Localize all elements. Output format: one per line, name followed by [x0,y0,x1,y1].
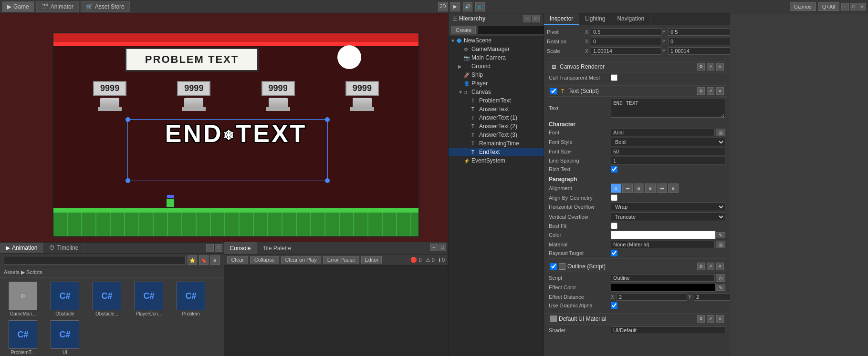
dm-action-1[interactable]: ⚙ [697,315,705,323]
tree-item-remainingtime[interactable]: T RemainingTime [449,139,544,148]
tree-item-endtext[interactable]: T EndText [449,148,544,156]
close-btn[interactable]: ✕ [858,3,866,10]
play-btn[interactable]: ▶ [450,2,460,11]
anim-minimize[interactable]: – [206,244,214,252]
align-mid-right[interactable]: ≡ [668,183,679,193]
cr-action-3[interactable]: ✕ [716,63,724,71]
v-overflow-dropdown[interactable]: Truncate [611,213,725,221]
tree-item-maincamera[interactable]: 📷 Main Camera [449,53,544,62]
asset-problemt[interactable]: C# ProblemT... [4,320,42,355]
tree-item-ground[interactable]: ▶ Ground [449,62,544,71]
hierarchy-search-input[interactable] [478,26,548,34]
outline-action-1[interactable]: ⚙ [697,263,705,270]
pivot-y-input[interactable] [668,28,730,36]
asset-obstacle[interactable]: C# Obstacle [46,282,84,316]
game-viewport[interactable]: PROBLEM TEXT 9999 9999 [0,13,448,242]
shader-value[interactable]: UI/Default [611,326,725,334]
text-field-value[interactable]: END TEXT [611,99,725,118]
handle-br[interactable] [325,178,330,183]
dm-action-2[interactable]: ↗ [707,315,714,323]
align-top-left[interactable]: ≡ [611,183,621,193]
tab-lighting[interactable]: Lighting [579,13,611,25]
handle-bl[interactable] [125,178,130,183]
effect-x-input[interactable]: 2 [617,293,687,301]
effect-color-btn[interactable]: ✎ [716,285,725,291]
font-select-btn[interactable]: ◎ [716,129,725,136]
animation-search[interactable] [4,256,186,264]
tab-animation[interactable]: ▶ Animation [0,243,43,253]
cr-action-2[interactable]: ↗ [707,63,714,71]
tab-tile-palette[interactable]: Tile Palette [257,242,298,254]
asset-obstacle2[interactable]: C# Obstacle... [88,282,126,316]
tree-item-answertext3[interactable]: T AnswerText (3) [449,131,544,139]
align-mid-center[interactable]: ☰ [657,183,667,193]
pivot-x-input[interactable] [591,28,661,36]
tree-item-canvas[interactable]: ▼ □ Canvas [449,88,544,96]
material-value[interactable]: None (Material) [611,241,715,248]
rot-x-input[interactable]: 0 [591,38,661,45]
asset-ui[interactable]: C# UI [46,320,84,355]
editor-dropdown[interactable]: Editor [361,256,382,264]
audio-btn[interactable]: 🔊 [463,2,472,11]
tab-console[interactable]: Console [224,242,257,254]
color-picker-btn[interactable]: ✎ [716,232,725,238]
canvas-renderer-header[interactable]: 🖼 Canvas Renderer ⚙ ↗ ✕ [547,61,727,72]
tab-animator[interactable]: 🎬 Animator [36,1,79,12]
asset-gamemanager[interactable]: ⚙ GameMan... [4,282,42,316]
tree-item-ship[interactable]: 🚀 Ship [449,71,544,79]
text-script-enabled[interactable] [550,88,557,94]
anim-btn-3[interactable]: ≡ [210,255,220,265]
console-minimize[interactable]: – [430,244,438,251]
hierarchy-create-btn[interactable]: Create [451,26,476,34]
ts-action-2[interactable]: ↗ [707,87,714,95]
align-by-geometry-check[interactable] [611,194,617,201]
raycast-check[interactable] [611,250,617,256]
tree-item-newscene[interactable]: ▼ 🔷 NewScene [449,36,544,45]
best-fit-check[interactable] [611,223,617,229]
align-top-right[interactable]: ≡ [634,183,644,193]
outline-script-btn[interactable]: ◎ [716,274,725,282]
tab-timeline[interactable]: ⏱ Timeline [43,243,84,253]
rich-text-check[interactable] [611,166,617,173]
tree-item-player[interactable]: 👤 Player [449,79,544,88]
tab-navigation[interactable]: Navigation [611,13,650,25]
clear-btn[interactable]: Clear [227,256,248,264]
tab-asset-store[interactable]: 🛒 Asset Store [81,1,130,12]
asset-problem[interactable]: C# Problem [172,282,210,316]
console-maximize[interactable]: □ [439,244,446,251]
hierarchy-minimize[interactable]: – [523,15,531,22]
display-btn[interactable]: 📺 [475,2,485,11]
material-select-btn[interactable]: ◎ [716,241,725,248]
tree-item-problemtext[interactable]: T ProblemText [449,96,544,105]
restore-btn[interactable]: □ [850,3,858,10]
h-overflow-dropdown[interactable]: Wrap [611,203,725,211]
anim-btn-2[interactable]: 🔖 [199,255,209,265]
text-script-header[interactable]: T Text (Script) ⚙ ↗ ✕ [547,85,727,97]
use-graphic-alpha-check[interactable] [611,302,617,309]
asset-playercon[interactable]: C# PlayerCon... [130,282,168,316]
cull-transparent-check[interactable] [611,74,617,81]
q-all-button[interactable]: Q+All [818,2,839,11]
outline-script-value[interactable]: Outline [611,274,715,282]
line-spacing-value[interactable]: 1 [611,157,725,164]
mode-2d-btn[interactable]: 2D [438,2,448,11]
tab-inspector[interactable]: Inspector [544,13,579,25]
effect-color-picker[interactable] [611,283,716,292]
font-value[interactable]: Arial [611,129,715,136]
outline-enabled[interactable] [550,263,557,270]
anim-btn-1[interactable]: ⭐ [188,255,197,265]
ts-action-1[interactable]: ⚙ [697,87,705,95]
clear-on-play-btn[interactable]: Clear on Play [281,256,321,264]
rot-y-input[interactable]: 0 [668,38,730,45]
gizmos-button[interactable]: Gizmos [790,2,816,11]
cr-action-1[interactable]: ⚙ [697,63,705,71]
tree-item-answertext2[interactable]: T AnswerText (2) [449,122,544,131]
font-style-dropdown[interactable]: Bold [611,138,725,146]
ts-action-3[interactable]: ✕ [716,87,724,95]
align-mid-left[interactable]: ≡ [645,183,656,193]
minimize-btn[interactable]: – [841,3,849,10]
outline-script-header[interactable]: Outline (Script) ⚙ ↗ ✕ [547,261,727,272]
effect-y-input[interactable]: 2 [694,293,730,301]
tree-item-answertext1[interactable]: T AnswerText (1) [449,113,544,122]
outline-action-2[interactable]: ↗ [707,263,714,270]
